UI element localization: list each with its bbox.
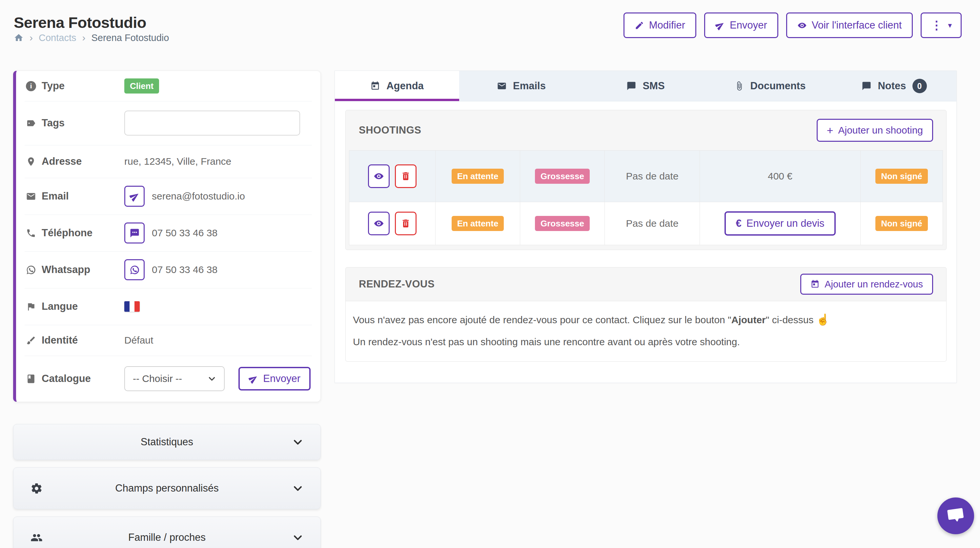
trash-icon <box>401 218 411 229</box>
rendezvous-empty-state: Vous n'avez pas encore ajouté de rendez-… <box>346 301 946 361</box>
add-shooting-button[interactable]: + Ajouter un shooting <box>817 119 933 142</box>
paper-plane-icon <box>248 374 258 384</box>
eye-icon <box>374 218 384 229</box>
page-title: Serena Fotostudio <box>14 13 146 32</box>
chevron-down-icon <box>284 436 303 448</box>
tab-documents[interactable]: Documents <box>708 71 832 101</box>
people-icon <box>30 532 50 544</box>
send-button[interactable]: Envoyer <box>704 13 778 38</box>
shooting-actions-cell <box>349 202 435 245</box>
send-quote-button[interactable]: € Envoyer un devis <box>724 211 835 236</box>
family-accordion-label: Famille / proches <box>50 532 284 543</box>
phone-icon <box>26 228 36 238</box>
tag-icon <box>26 118 36 128</box>
speech-bubble-icon <box>627 81 636 91</box>
envelope-icon <box>497 81 507 91</box>
email-row: Email serena@fotostudio.io <box>16 178 320 215</box>
shooting-date: Pas de date <box>626 218 678 229</box>
breadcrumb-link-contacts[interactable]: Contacts <box>39 32 76 43</box>
whatsapp-value: 07 50 33 46 38 <box>152 264 218 275</box>
tab-sms-label: SMS <box>643 80 665 92</box>
paperclip-icon <box>734 81 744 91</box>
add-shooting-label: Ajouter un shooting <box>838 125 923 136</box>
main-panel: Agenda Emails SMS Documents Notes 0 <box>334 70 957 383</box>
info-icon: i <box>26 81 36 91</box>
status-badge: En attente <box>452 169 504 184</box>
identity-row: Identité Défaut <box>16 325 320 356</box>
shootings-section: SHOOTINGS + Ajouter un shooting <box>345 110 947 250</box>
send-email-button[interactable] <box>124 186 145 207</box>
view-client-button-label: Voir l'interface client <box>812 19 902 31</box>
identity-label-group: Identité <box>26 335 124 346</box>
language-label: Langue <box>41 301 78 312</box>
family-accordion[interactable]: Famille / proches <box>13 516 321 548</box>
tab-agenda[interactable]: Agenda <box>335 71 459 101</box>
send-catalog-button[interactable]: Envoyer <box>239 367 310 390</box>
catalog-select[interactable]: -- Choisir -- <box>124 366 225 391</box>
address-row: Adresse rue, 12345, Ville, France <box>16 145 320 178</box>
statistics-accordion[interactable]: Statistiques <box>13 424 321 460</box>
language-row: Langue <box>16 288 320 325</box>
send-button-label: Envoyer <box>730 19 767 31</box>
email-value: serena@fotostudio.io <box>152 191 245 202</box>
custom-fields-accordion[interactable]: Champs personnalisés <box>13 467 321 509</box>
rendezvous-title: RENDEZ-VOUS <box>359 278 434 290</box>
view-shooting-button[interactable] <box>368 164 390 188</box>
catalog-row: Catalogue -- Choisir -- Envoyer <box>16 356 320 401</box>
catalog-select-value: -- Choisir -- <box>133 373 182 384</box>
breadcrumb-current: Serena Fotostudio <box>91 32 169 43</box>
whatsapp-label-group: Whatsapp <box>26 264 124 276</box>
paper-plane-icon <box>715 21 725 30</box>
signed-status-badge: Non signé <box>875 169 928 184</box>
book-icon <box>26 374 36 384</box>
shooting-date: Pas de date <box>626 170 678 182</box>
shootings-header: SHOOTINGS + Ajouter un shooting <box>346 110 946 150</box>
view-client-interface-button[interactable]: Voir l'interface client <box>786 13 913 38</box>
breadcrumb-home-link[interactable] <box>14 33 24 43</box>
catalog-label-group: Catalogue <box>26 373 124 385</box>
status-badge: En attente <box>452 216 504 231</box>
modify-button[interactable]: Modifier <box>624 13 696 38</box>
tab-emails[interactable]: Emails <box>459 71 584 101</box>
view-shooting-button[interactable] <box>368 212 390 235</box>
add-rendezvous-button[interactable]: Ajouter un rendez-vous <box>800 274 933 295</box>
speech-bubble-icon <box>862 81 872 91</box>
tab-sms[interactable]: SMS <box>584 71 708 101</box>
delete-shooting-button[interactable] <box>395 164 417 188</box>
tags-label-group: Tags <box>26 117 124 129</box>
address-label: Adresse <box>41 156 82 167</box>
custom-fields-accordion-label: Champs personnalisés <box>50 483 284 494</box>
shooting-actions-cell <box>349 151 435 202</box>
agenda-panel: SHOOTINGS + Ajouter un shooting <box>335 101 956 362</box>
more-actions-button[interactable]: ⋮ ▾ <box>921 13 962 38</box>
tab-bar: Agenda Emails SMS Documents Notes 0 <box>335 71 956 101</box>
catalog-label: Catalogue <box>41 373 91 385</box>
tags-input[interactable] <box>124 111 300 135</box>
rendezvous-section: RENDEZ-VOUS Ajouter un rendez-vous Vous … <box>345 267 947 362</box>
send-quote-label: Envoyer un devis <box>746 218 824 229</box>
chat-bubble-icon <box>945 505 966 526</box>
chat-widget-button[interactable] <box>937 497 974 534</box>
calendar-icon <box>810 280 819 289</box>
send-whatsapp-button[interactable] <box>124 259 145 280</box>
modify-button-label: Modifier <box>649 19 685 31</box>
tab-agenda-label: Agenda <box>387 80 424 92</box>
pointing-hand-icon: ☝ <box>816 313 829 325</box>
send-sms-button[interactable] <box>124 223 145 244</box>
shooting-price: 400 € <box>768 170 792 182</box>
delete-shooting-button[interactable] <box>395 212 417 235</box>
rendezvous-header: RENDEZ-VOUS Ajouter un rendez-vous <box>346 268 946 301</box>
phone-label: Téléphone <box>41 227 92 239</box>
tab-notes[interactable]: Notes 0 <box>832 71 956 101</box>
shootings-title: SHOOTINGS <box>359 124 422 136</box>
breadcrumb-separator: › <box>30 32 33 43</box>
eye-icon <box>374 171 384 182</box>
kebab-dots-icon: ⋮ <box>931 19 942 31</box>
address-label-group: Adresse <box>26 156 124 167</box>
statistics-accordion-label: Statistiques <box>50 436 284 448</box>
tags-row: Tags <box>16 101 320 145</box>
whatsapp-label: Whatsapp <box>41 264 90 276</box>
euro-icon: € <box>736 218 741 229</box>
chevron-down-icon <box>284 483 303 494</box>
whatsapp-icon <box>26 265 36 275</box>
